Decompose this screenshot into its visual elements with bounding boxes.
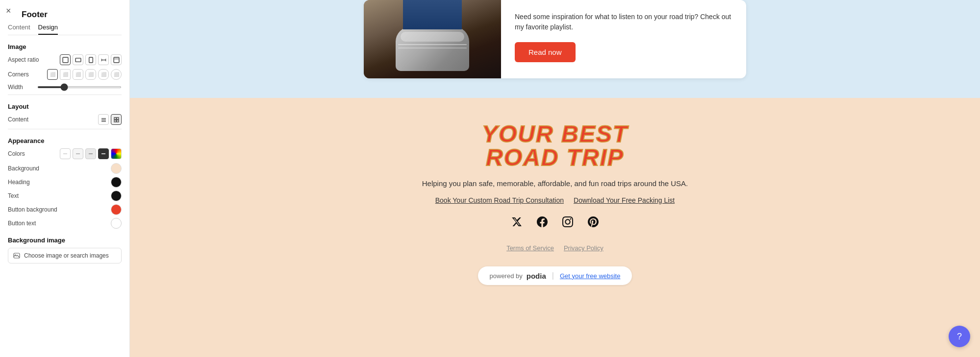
scheme-3-btn[interactable] [85, 148, 96, 159]
footer-link-packing[interactable]: Download Your Free Packing List [574, 196, 675, 204]
svg-rect-1 [75, 58, 81, 62]
footer-links: Book Your Custom Road Trip Consultation … [435, 196, 675, 204]
privacy-link[interactable]: Privacy Policy [564, 244, 603, 252]
heading-swatch-row: Heading [8, 177, 122, 188]
corner-md-btn[interactable]: ⬜ [73, 69, 83, 80]
background-color-swatch[interactable] [111, 163, 122, 174]
aspect-ratio-link-btn[interactable] [98, 54, 109, 65]
aspect-ratio-options [60, 54, 122, 65]
svg-rect-8 [114, 118, 116, 119]
scheme-2-btn[interactable] [73, 148, 83, 159]
layout-grid-btn[interactable] [111, 114, 122, 125]
background-image-section: Background image Choose image or search … [8, 237, 122, 263]
blog-image [364, 0, 501, 78]
pinterest-icon[interactable] [585, 214, 601, 230]
powered-by-text: powered by [490, 272, 523, 280]
background-image-title: Background image [8, 237, 122, 244]
separator: | [552, 271, 554, 280]
tab-design[interactable]: Design [38, 24, 58, 35]
aspect-ratio-portrait-btn[interactable] [85, 54, 96, 65]
close-button[interactable]: × [6, 6, 11, 16]
aspect-ratio-square-btn[interactable] [60, 54, 71, 65]
social-icons [509, 214, 601, 230]
aspect-ratio-landscape-btn[interactable] [73, 54, 83, 65]
width-label: Width [8, 84, 37, 91]
corners-row: Corners ⬜ ⬜ ⬜ ⬜ ⬜ ⬜ [8, 69, 122, 80]
button-bg-swatch-row: Button background [8, 204, 122, 215]
instagram-icon[interactable] [560, 214, 576, 230]
help-icon: ? [957, 332, 962, 342]
powered-by-badge: powered by podia | Get your free website [478, 266, 632, 285]
footer-logo: YOUR BEST ROAD TRIP [482, 122, 628, 169]
blog-content: Need some inspiration for what to listen… [501, 0, 746, 78]
appearance-section-title: Appearance [8, 137, 122, 144]
help-button[interactable]: ? [949, 326, 970, 347]
layout-section-title: Layout [8, 103, 122, 110]
read-now-button[interactable]: Read now [515, 42, 576, 62]
content-label: Content [8, 116, 28, 123]
colors-label: Colors [8, 150, 25, 157]
footer-link-consultation[interactable]: Book Your Custom Road Trip Consultation [435, 196, 564, 204]
color-scheme-options [60, 148, 122, 159]
right-content: Need some inspiration for what to listen… [130, 0, 980, 357]
logo-line2: ROAD TRIP [482, 146, 628, 169]
panel-title: Footer [22, 10, 122, 20]
terms-link[interactable]: Terms of Service [506, 244, 554, 252]
corners-options: ⬜ ⬜ ⬜ ⬜ ⬜ ⬜ [47, 69, 122, 80]
left-panel: × Footer Content Design Image Aspect rat… [0, 0, 130, 357]
svg-rect-2 [89, 57, 93, 63]
content-row: Content [8, 114, 122, 125]
background-swatch-row: Background [8, 163, 122, 174]
choose-image-button[interactable]: Choose image or search images [8, 248, 122, 263]
corners-label: Corners [8, 71, 29, 78]
aspect-ratio-row: Aspect ratio [8, 54, 122, 65]
tabs: Content Design [8, 24, 122, 35]
facebook-icon[interactable] [534, 214, 550, 230]
width-row: Width [8, 84, 122, 91]
scheme-4-btn[interactable] [98, 148, 109, 159]
text-color-swatch[interactable] [111, 190, 122, 201]
button-background-color-swatch[interactable] [111, 204, 122, 215]
width-slider[interactable] [37, 86, 122, 88]
button-text-swatch-row: Button text [8, 218, 122, 229]
text-label: Text [8, 192, 19, 199]
podia-logo: podia [527, 272, 546, 280]
content-options [98, 114, 122, 125]
button-text-color-swatch[interactable] [111, 218, 122, 229]
svg-rect-11 [117, 120, 119, 122]
tab-content[interactable]: Content [8, 24, 30, 35]
aspect-ratio-label: Aspect ratio [8, 56, 39, 63]
footer-section: YOUR BEST ROAD TRIP Helping you plan saf… [130, 98, 980, 357]
corner-sm-btn[interactable]: ⬜ [60, 69, 71, 80]
heading-label: Heading [8, 179, 30, 186]
blog-description: Need some inspiration for what to listen… [515, 12, 732, 32]
logo-line1: YOUR BEST [482, 122, 628, 146]
get-free-website-link[interactable]: Get your free website [560, 272, 621, 280]
text-swatch-row: Text [8, 190, 122, 201]
scheme-custom-btn[interactable] [111, 148, 122, 159]
choose-image-label: Choose image or search images [24, 252, 109, 259]
corner-full-btn[interactable]: ⬜ [111, 69, 122, 80]
button-text-label: Button text [8, 220, 36, 227]
footer-legal: Terms of Service Privacy Policy [506, 244, 603, 252]
layout-lines-btn[interactable] [98, 114, 109, 125]
heading-color-swatch[interactable] [111, 177, 122, 188]
background-label: Background [8, 165, 39, 172]
scheme-1-btn[interactable] [60, 148, 71, 159]
svg-rect-0 [63, 57, 68, 63]
top-section: Need some inspiration for what to listen… [130, 0, 980, 98]
image-section-title: Image [8, 43, 122, 50]
aspect-ratio-custom-btn[interactable] [111, 54, 122, 65]
image-icon [13, 252, 20, 259]
corner-xl-btn[interactable]: ⬜ [98, 69, 109, 80]
corner-lg-btn[interactable]: ⬜ [85, 69, 96, 80]
footer-tagline: Helping you plan safe, memorable, afford… [422, 179, 688, 188]
svg-rect-3 [114, 57, 119, 63]
svg-rect-9 [117, 118, 119, 119]
svg-rect-10 [114, 120, 116, 122]
button-background-label: Button background [8, 206, 57, 213]
colors-row: Colors [8, 148, 122, 159]
twitter-icon[interactable] [509, 214, 525, 230]
corner-sharp-btn[interactable]: ⬜ [47, 69, 58, 80]
blog-card: Need some inspiration for what to listen… [364, 0, 746, 78]
